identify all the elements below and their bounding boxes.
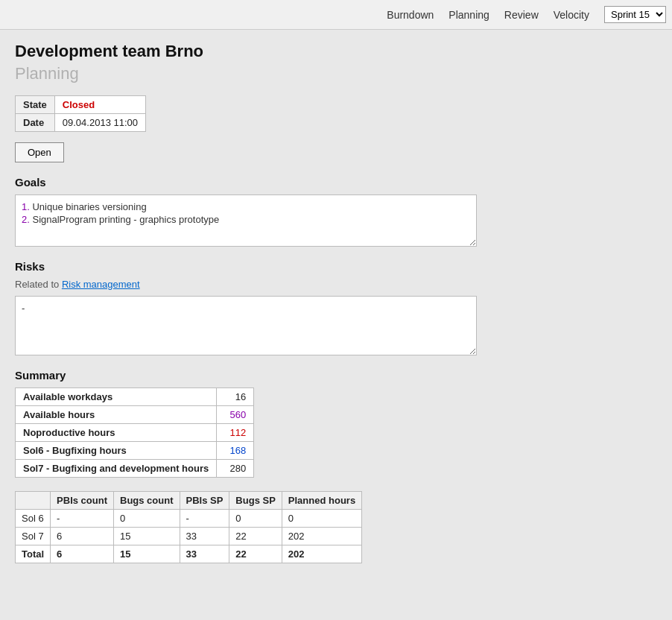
- col-header-bugs-sp: Bugs SP: [229, 492, 282, 510]
- table-row: Sol6 - Bugfixing hours 168: [16, 442, 254, 460]
- risk-management-link[interactable]: Risk management: [62, 279, 140, 290]
- row-label-total: Total: [16, 545, 51, 563]
- nav-review[interactable]: Review: [504, 9, 539, 21]
- sprint-dropdown[interactable]: Sprint 15: [604, 6, 666, 23]
- goal-number-1: 1.: [22, 201, 30, 212]
- goal-text-1: Unique binaries versioning: [32, 201, 146, 212]
- row-sol6-bugs-count: 0: [114, 510, 180, 528]
- row-total-pbis-count: 6: [51, 545, 114, 563]
- info-table: State Closed Date 09.04.2013 11:00: [15, 95, 146, 132]
- data-grid: PBIs count Bugs count PBIs SP Bugs SP Pl…: [15, 491, 362, 563]
- summary-label-3: Noproductive hours: [16, 424, 217, 442]
- row-sol7-bugs-sp: 22: [229, 528, 282, 545]
- row-sol6-planned-hours: 0: [282, 510, 361, 528]
- row-sol6-bugs-sp: 0: [229, 510, 282, 528]
- goals-box: 1. Unique binaries versioning 2. SignalP…: [15, 194, 477, 247]
- table-row: Sol7 - Bugfixing and development hours 2…: [16, 460, 254, 478]
- col-header-pbis-sp: PBIs SP: [180, 492, 229, 510]
- risks-content: -: [22, 303, 25, 314]
- col-header-bugs-count: Bugs count: [114, 492, 180, 510]
- summary-value-5: 280: [217, 460, 254, 478]
- date-value: 09.04.2013 11:00: [54, 114, 145, 132]
- row-label-sol7: Sol 7: [16, 528, 51, 545]
- row-sol7-bugs-count: 15: [114, 528, 180, 545]
- state-value: Closed: [63, 99, 95, 110]
- table-row: Sol 7 6 15 33 22 202: [16, 528, 362, 545]
- goals-title: Goals: [15, 176, 657, 189]
- summary-label-1: Available workdays: [16, 388, 217, 406]
- col-header-planned-hours: Planned hours: [282, 492, 361, 510]
- main-content: Development team Brno Planning State Clo…: [0, 30, 672, 575]
- top-nav: Burndown Planning Review Velocity Sprint…: [0, 0, 672, 30]
- table-row: Available workdays 16: [16, 388, 254, 406]
- risks-title: Risks: [15, 260, 657, 273]
- summary-label-4: Sol6 - Bugfixing hours: [16, 442, 217, 460]
- row-total-pbis-sp: 33: [180, 545, 229, 563]
- state-label: State: [16, 96, 55, 114]
- row-sol6-pbis-sp: -: [180, 510, 229, 528]
- risks-box: -: [15, 296, 477, 355]
- table-row: Sol 6 - 0 - 0 0: [16, 510, 362, 528]
- page-subtitle: Planning: [15, 64, 657, 83]
- nav-planning[interactable]: Planning: [448, 9, 489, 21]
- summary-table: Available workdays 16 Available hours 56…: [15, 388, 254, 478]
- table-header-row: PBIs count Bugs count PBIs SP Bugs SP Pl…: [16, 492, 362, 510]
- row-total-bugs-count: 15: [114, 545, 180, 563]
- summary-value-4: 168: [217, 442, 254, 460]
- col-header-label: [16, 492, 51, 510]
- list-item: 1. Unique binaries versioning: [22, 201, 470, 212]
- row-sol6-pbis-count: -: [51, 510, 114, 528]
- nav-velocity[interactable]: Velocity: [554, 9, 589, 21]
- open-button[interactable]: Open: [15, 142, 64, 162]
- summary-label-5: Sol7 - Bugfixing and development hours: [16, 460, 217, 478]
- page-title: Development team Brno: [15, 42, 657, 61]
- summary-label-2: Available hours: [16, 406, 217, 424]
- table-row: Noproductive hours 112: [16, 424, 254, 442]
- table-row: Total 6 15 33 22 202: [16, 545, 362, 563]
- col-header-pbis-count: PBIs count: [51, 492, 114, 510]
- summary-value-2: 560: [217, 406, 254, 424]
- summary-value-3: 112: [217, 424, 254, 442]
- row-label-sol6: Sol 6: [16, 510, 51, 528]
- goal-text-2: SignalProgram printing - graphics protot…: [32, 214, 219, 225]
- row-sol7-pbis-count: 6: [51, 528, 114, 545]
- summary-value-1: 16: [217, 388, 254, 406]
- risks-related: Related to Risk management: [15, 279, 657, 290]
- table-row: Available hours 560: [16, 406, 254, 424]
- goals-list: 1. Unique binaries versioning 2. SignalP…: [22, 201, 470, 225]
- date-label: Date: [16, 114, 55, 132]
- row-sol7-pbis-sp: 33: [180, 528, 229, 545]
- row-sol7-planned-hours: 202: [282, 528, 361, 545]
- list-item: 2. SignalProgram printing - graphics pro…: [22, 214, 470, 225]
- row-total-planned-hours: 202: [282, 545, 361, 563]
- nav-burndown[interactable]: Burndown: [387, 9, 434, 21]
- goal-number-2: 2.: [22, 214, 30, 225]
- row-total-bugs-sp: 22: [229, 545, 282, 563]
- summary-title: Summary: [15, 369, 657, 382]
